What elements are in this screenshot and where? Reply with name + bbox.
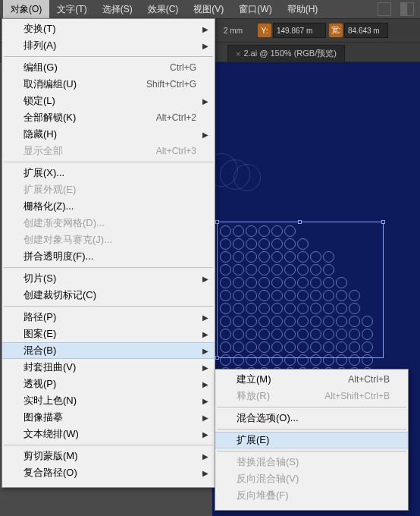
menu-item[interactable]: 全部解锁(K)Alt+Ctrl+2 — [2, 109, 215, 126]
menu-item[interactable]: 剪切蒙版(M)▶ — [2, 448, 215, 464]
width-input[interactable] — [344, 23, 388, 38]
menu-item-label: 路径(P) — [24, 310, 196, 324]
arrange-documents-icon[interactable] — [400, 2, 414, 16]
menu-item-label: 拼合透明度(F)... — [24, 250, 196, 263]
menu-item-label: 变换(T) — [24, 22, 196, 36]
menu-effect[interactable]: 效果(C) — [140, 0, 186, 18]
menu-item-label: 显示全部 — [24, 144, 156, 158]
menu-item-label: 图案(E) — [24, 327, 196, 341]
document-setup-icon[interactable] — [378, 2, 391, 16]
submenu-arrow-icon: ▶ — [202, 131, 208, 139]
handle-tc[interactable] — [298, 220, 302, 224]
submenu-arrow-icon: ▶ — [202, 25, 208, 33]
menu-item[interactable]: 栅格化(Z)... — [2, 198, 215, 215]
menu-item-label: 替换混合轴(S) — [237, 455, 390, 469]
menu-window[interactable]: 窗口(W) — [231, 0, 279, 18]
menu-item[interactable]: 封套扭曲(V)▶ — [2, 359, 215, 376]
menu-item: 创建渐变网格(D)... — [2, 215, 215, 231]
menu-item: 扩展外观(E) — [2, 181, 215, 198]
menu-item[interactable]: 隐藏(H)▶ — [2, 126, 215, 143]
menu-item-label: 透视(P) — [24, 377, 196, 391]
menu-item-label: 文本绕排(W) — [24, 427, 196, 441]
object-dropdown-menu: 变换(T)▶排列(A)▶编组(G)Ctrl+G取消编组(U)Shift+Ctrl… — [2, 18, 215, 488]
submenu-arrow-icon: ▶ — [202, 347, 208, 355]
menu-item[interactable]: 混合选项(O)... — [215, 410, 408, 426]
menu-item: 反向混合轴(V) — [215, 470, 408, 487]
submenu-arrow-icon: ▶ — [202, 430, 208, 439]
menu-shortcut: Shift+Ctrl+G — [146, 79, 196, 90]
menu-item-label: 扩展外观(E) — [24, 183, 196, 197]
menu-item-label: 混合(B) — [24, 344, 196, 357]
menu-help[interactable]: 帮助(H) — [280, 0, 326, 18]
handle-tr[interactable] — [381, 220, 385, 224]
submenu-arrow-icon: ▶ — [202, 42, 208, 50]
menu-item[interactable]: 图像描摹▶ — [2, 409, 215, 426]
y-input[interactable] — [273, 23, 326, 38]
menu-item-label: 栅格化(Z)... — [24, 200, 196, 213]
menu-item[interactable]: 图案(E)▶ — [2, 326, 215, 342]
tab-title: 2.ai @ 150% (RGB/预览) — [243, 48, 336, 59]
submenu-arrow-icon: ▶ — [202, 380, 208, 389]
menu-type[interactable]: 文字(T) — [49, 0, 94, 18]
submenu-arrow-icon: ▶ — [202, 452, 208, 461]
menu-item[interactable]: 路径(P)▶ — [2, 309, 215, 326]
menu-item[interactable]: 编组(G)Ctrl+G — [2, 59, 215, 76]
menu-item-label: 封套扭曲(V) — [24, 360, 196, 374]
menu-item: 反向堆叠(F) — [215, 487, 408, 504]
menu-item[interactable]: 锁定(L)▶ — [2, 93, 215, 109]
menu-item[interactable]: 切片(S)▶ — [2, 270, 215, 287]
submenu-arrow-icon: ▶ — [202, 363, 208, 372]
menu-item-label: 混合选项(O)... — [237, 411, 390, 425]
submenu-arrow-icon: ▶ — [202, 275, 208, 283]
menu-item: 显示全部Alt+Ctrl+3 — [2, 143, 215, 159]
menu-item[interactable]: 实时上色(N)▶ — [2, 392, 215, 409]
width-label: 宽: — [329, 24, 343, 37]
menu-item[interactable]: 扩展(E) — [215, 432, 408, 448]
menu-item-label: 扩展(X)... — [24, 166, 196, 180]
menu-item-label: 创建渐变网格(D)... — [24, 216, 196, 230]
menu-item-label: 复合路径(O) — [24, 466, 196, 480]
menu-item-label: 取消编组(U) — [24, 77, 146, 91]
menu-item-label: 扩展(E) — [237, 433, 390, 447]
blend-submenu: 建立(M)Alt+Ctrl+B释放(R)Alt+Shift+Ctrl+B混合选项… — [215, 369, 409, 511]
submenu-arrow-icon: ▶ — [202, 469, 208, 477]
menu-item: 创建对象马赛克(J)... — [2, 231, 215, 248]
submenu-arrow-icon: ▶ — [202, 313, 208, 322]
menu-item-label: 剪切蒙版(M) — [24, 449, 196, 463]
menu-shortcut: Alt+Ctrl+2 — [156, 112, 196, 123]
menu-item[interactable]: 排列(A)▶ — [2, 37, 215, 54]
menu-item-label: 排列(A) — [24, 39, 196, 52]
menu-item-label: 隐藏(H) — [24, 127, 196, 141]
submenu-arrow-icon: ▶ — [202, 97, 208, 105]
handle-tl[interactable] — [215, 220, 219, 224]
menu-item[interactable]: 取消编组(U)Shift+Ctrl+G — [2, 76, 215, 93]
menu-item[interactable]: 建立(M)Alt+Ctrl+B — [215, 371, 408, 388]
menu-view[interactable]: 视图(V) — [186, 0, 231, 18]
menu-item-label: 切片(S) — [24, 272, 196, 285]
submenu-arrow-icon: ▶ — [202, 397, 208, 405]
menu-item[interactable]: 透视(P)▶ — [2, 376, 215, 392]
menu-shortcut: Alt+Shift+Ctrl+B — [324, 391, 390, 401]
menu-item-label: 图像描摹 — [24, 411, 196, 424]
tab-doc2[interactable]: × 2.ai @ 150% (RGB/预览) — [227, 45, 345, 61]
menu-item[interactable]: 扩展(X)... — [2, 165, 215, 181]
menu-item[interactable]: 变换(T)▶ — [2, 20, 215, 37]
menu-item[interactable]: 拼合透明度(F)... — [2, 248, 215, 265]
y-label: Y: — [258, 24, 271, 37]
menu-item[interactable]: 创建裁切标记(C) — [2, 287, 215, 304]
menu-item[interactable]: 混合(B)▶ — [2, 342, 215, 359]
handle-bl[interactable] — [215, 356, 219, 360]
menu-item[interactable]: 复合路径(O)▶ — [2, 464, 215, 481]
close-tab-icon[interactable]: × — [236, 49, 240, 58]
extra-value: 2 mm — [224, 27, 243, 35]
toolbar-right-icons — [378, 2, 414, 16]
menu-select[interactable]: 选择(S) — [95, 0, 140, 18]
menubar: 对象(O) 文字(T) 选择(S) 效果(C) 视图(V) 窗口(W) 帮助(H… — [0, 0, 420, 18]
menu-object[interactable]: 对象(O) — [3, 0, 49, 18]
menu-item-label: 编组(G) — [24, 61, 170, 74]
menu-item-label: 全部解锁(K) — [24, 111, 156, 124]
menu-item: 替换混合轴(S) — [215, 454, 408, 470]
menu-item-label: 实时上色(N) — [24, 394, 196, 407]
menu-item[interactable]: 文本绕排(W)▶ — [2, 426, 215, 442]
menu-item-label: 锁定(L) — [24, 94, 196, 108]
